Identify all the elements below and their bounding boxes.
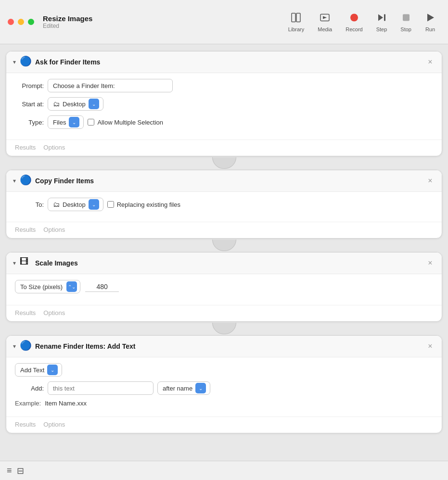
- ask-finder-header: ▾ 🔵 Ask for Finder Items ×: [6, 51, 442, 73]
- scale-mode-dropdown[interactable]: To Size (pixels) ⌃⌄: [15, 280, 80, 293]
- ask-finder-collapse[interactable]: ▾: [13, 59, 16, 65]
- type-dropdown[interactable]: Files ⌄: [48, 115, 84, 129]
- add-text-input[interactable]: [48, 381, 154, 395]
- list-view-icon[interactable]: ≡: [7, 466, 12, 476]
- stop-icon: [401, 12, 411, 24]
- rename-results-tab[interactable]: Results: [15, 420, 39, 429]
- copy-finder-collapse[interactable]: ▾: [13, 177, 16, 184]
- add-label: Add:: [15, 385, 44, 392]
- svg-rect-6: [403, 14, 410, 21]
- ask-finder-prompt-row: Prompt:: [15, 79, 433, 92]
- startat-dropdown[interactable]: 🗂 Desktop ⌄: [48, 97, 103, 111]
- scale-images-body: To Size (pixels) ⌃⌄: [6, 274, 442, 305]
- minimize-button[interactable]: [18, 19, 24, 25]
- svg-marker-4: [378, 14, 383, 21]
- scale-options-tab[interactable]: Options: [43, 308, 69, 317]
- rename-finder-body: Add Text ⌄ Add: after name ⌄ Example: It…: [6, 357, 442, 417]
- startat-chevron-icon: ⌄: [89, 99, 99, 109]
- toolbar-record[interactable]: Record: [341, 10, 367, 34]
- rename-finder-close[interactable]: ×: [425, 341, 435, 351]
- position-chevron-icon: ⌄: [195, 383, 206, 393]
- example-value: Item Name.xxx: [45, 400, 87, 407]
- scale-images-close[interactable]: ×: [425, 258, 435, 268]
- replacing-checkbox[interactable]: [107, 201, 114, 208]
- record-label: Record: [346, 26, 362, 32]
- copy-finder-close[interactable]: ×: [425, 176, 435, 186]
- connector-1: [6, 156, 442, 170]
- ask-finder-results-tab[interactable]: Results: [15, 143, 39, 152]
- type-chevron-icon: ⌄: [69, 117, 79, 127]
- ask-finder-close[interactable]: ×: [425, 57, 435, 67]
- window-controls: [8, 19, 34, 25]
- position-value: after name: [163, 385, 192, 392]
- copy-to-chevron-icon: ⌄: [89, 199, 99, 210]
- grid-view-icon[interactable]: ⊟: [17, 466, 24, 476]
- folder-icon: 🗂: [53, 100, 60, 108]
- scale-mode-value: To Size (pixels): [20, 283, 63, 291]
- rename-finder-header: ▾ 🔵 Rename Finder Items: Add Text ×: [6, 336, 442, 357]
- allow-multiple-checkbox[interactable]: [88, 119, 94, 126]
- startat-value: Desktop: [63, 101, 86, 108]
- scale-images-collapse[interactable]: ▾: [13, 260, 16, 266]
- allow-multiple-label: Allow Multiple Selection: [97, 119, 163, 126]
- rename-mode-value: Add Text: [20, 366, 44, 374]
- scale-images-icon: 🎞: [20, 257, 31, 269]
- toolbar-run[interactable]: Run: [420, 10, 440, 34]
- copy-finder-to-row: To: 🗂 Desktop ⌄ Replacing existing files: [15, 198, 433, 211]
- copy-finder-block: ▾ 🔵 Copy Finder Items × To: 🗂 Desktop ⌄ …: [6, 170, 442, 239]
- scale-results-tab[interactable]: Results: [15, 308, 39, 317]
- library-label: Library: [288, 26, 305, 32]
- toolbar-media[interactable]: Media: [313, 10, 337, 34]
- toolbar-stop[interactable]: Stop: [396, 10, 416, 34]
- connector-2: [6, 239, 442, 252]
- allow-multiple-wrap: Allow Multiple Selection: [88, 119, 163, 126]
- copy-folder-icon: 🗂: [53, 201, 60, 208]
- window-title: Resize Images: [43, 14, 92, 23]
- media-label: Media: [318, 26, 332, 32]
- replacing-wrap: Replacing existing files: [107, 201, 180, 208]
- prompt-input[interactable]: [48, 79, 173, 92]
- rename-finder-block: ▾ 🔵 Rename Finder Items: Add Text × Add …: [6, 335, 442, 433]
- copy-finder-results-tab[interactable]: Results: [15, 225, 39, 234]
- connector-3: [6, 322, 442, 335]
- library-icon: [291, 12, 301, 24]
- copy-finder-options-tab[interactable]: Options: [43, 225, 69, 234]
- svg-marker-7: [427, 13, 434, 21]
- ask-finder-startat-row: Start at: 🗂 Desktop ⌄: [15, 97, 433, 111]
- connector-shape-1: [212, 157, 236, 169]
- rename-finder-collapse[interactable]: ▾: [13, 343, 16, 350]
- scale-size-input[interactable]: [85, 282, 119, 292]
- svg-rect-5: [384, 14, 385, 21]
- copy-finder-header: ▾ 🔵 Copy Finder Items ×: [6, 170, 442, 192]
- toolbar: Library Media Record: [283, 10, 440, 34]
- toolbar-library[interactable]: Library: [283, 10, 309, 34]
- record-icon: [349, 12, 359, 24]
- title-section: Resize Images Edited: [43, 14, 92, 29]
- to-label: To:: [15, 201, 44, 208]
- position-dropdown[interactable]: after name ⌄: [157, 381, 210, 395]
- ask-finder-footer: Results Options: [6, 139, 442, 156]
- run-icon: [425, 12, 435, 24]
- rename-options-tab[interactable]: Options: [43, 420, 69, 429]
- ask-finder-icon: 🔵: [20, 56, 31, 68]
- copy-to-dropdown[interactable]: 🗂 Desktop ⌄: [48, 198, 103, 211]
- maximize-button[interactable]: [28, 19, 34, 25]
- scale-images-block: ▾ 🎞 Scale Images × To Size (pixels) ⌃⌄ R…: [6, 252, 442, 322]
- rename-mode-chevron-icon: ⌄: [47, 365, 58, 375]
- close-button[interactable]: [8, 19, 14, 25]
- copy-finder-footer: Results Options: [6, 222, 442, 238]
- prompt-label: Prompt:: [15, 82, 44, 89]
- rename-mode-dropdown[interactable]: Add Text ⌄: [15, 363, 62, 377]
- stop-label: Stop: [400, 26, 411, 32]
- svg-rect-0: [292, 13, 295, 22]
- connector-shape-3: [212, 323, 236, 334]
- titlebar: Resize Images Edited Library Media: [0, 0, 448, 44]
- example-row: Example: Item Name.xxx: [15, 400, 433, 407]
- toolbar-step[interactable]: Step: [371, 10, 392, 34]
- ask-finder-options-tab[interactable]: Options: [43, 143, 69, 152]
- svg-point-3: [350, 13, 358, 21]
- rename-mode-row: Add Text ⌄: [15, 363, 433, 377]
- window-subtitle: Edited: [43, 23, 92, 29]
- copy-to-value: Desktop: [63, 201, 86, 208]
- media-icon: [320, 12, 330, 24]
